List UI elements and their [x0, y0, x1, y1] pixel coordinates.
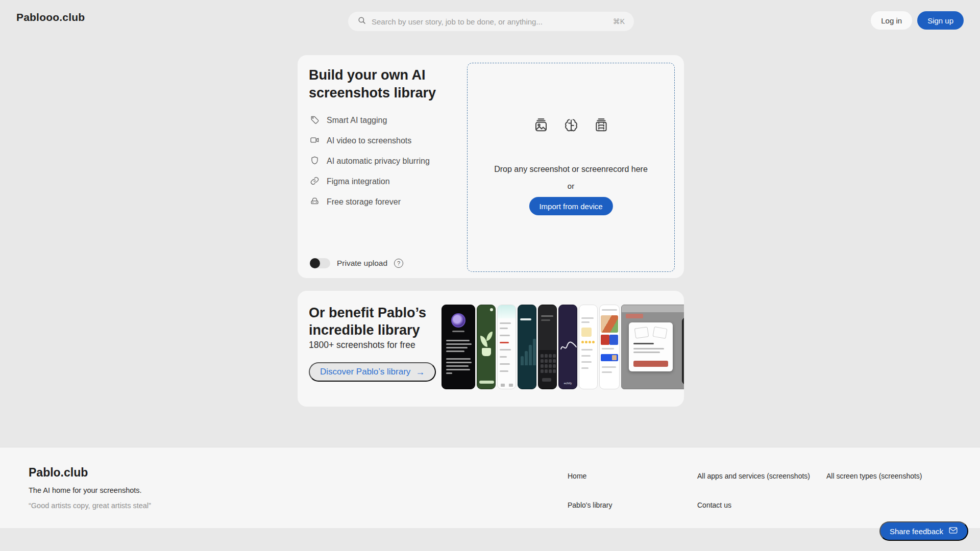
library-card-subtitle: 1800+ screenshots for free: [309, 340, 415, 350]
arrow-right-icon: →: [415, 367, 425, 378]
share-feedback-label: Share feedback: [890, 527, 943, 536]
feature-label: AI video to screenshots: [327, 136, 411, 145]
dropzone-icons: [468, 117, 674, 135]
login-button[interactable]: Log in: [871, 11, 912, 30]
toggle-knob: [310, 258, 320, 268]
top-bar: Pablooo.club ⌘K Log in Sign up: [0, 0, 980, 36]
private-upload-row: Private upload ?: [310, 258, 403, 268]
thumbnail-plant-care-app: [477, 305, 496, 389]
feature-free-storage: Free storage forever: [310, 192, 430, 212]
footer-link-all-apps-and-services[interactable]: All apps and services (screenshots): [697, 472, 810, 480]
dropzone-or-label: or: [468, 182, 674, 190]
app-logo: Pablooo.club: [16, 11, 85, 23]
feature-label: Figma integration: [327, 177, 390, 186]
thumbnail-welcome-modal-desktop: [621, 305, 684, 389]
page: Pablooo.club ⌘K Log in Sign up Build you…: [0, 0, 980, 551]
library-card: Or benefit Pablo’s incredible library 18…: [298, 291, 684, 407]
thumbnail-speechify-waveform: echify: [558, 305, 577, 389]
thumbnail-chat-emoji-app: [579, 305, 598, 389]
share-feedback-button[interactable]: Share feedback: [879, 521, 968, 541]
shield-icon: [310, 156, 320, 167]
library-card-title: Or benefit Pablo’s incredible library: [309, 304, 439, 339]
footer-tagline: The AI home for your screenshots.: [29, 486, 142, 494]
search-input[interactable]: [372, 17, 609, 26]
dropzone-text: Drop any screenshot or screenrecord here: [468, 165, 674, 174]
link-icon: [310, 176, 320, 188]
feature-figma-integration: Figma integration: [310, 171, 430, 192]
thumbnail-keyboard-dark: [538, 305, 557, 389]
library-thumbnail-strip: echify: [442, 305, 684, 389]
watermark-label: echify: [559, 382, 577, 385]
question-circle-icon[interactable]: ?: [394, 259, 403, 268]
upload-card-title: Build your own AI screenshots library: [309, 66, 467, 102]
feature-label: Free storage forever: [327, 197, 401, 207]
footer-brand: Pablo.club: [29, 466, 88, 480]
keyboard-shortcut-hint: ⌘K: [613, 17, 625, 26]
avatar: [451, 313, 465, 328]
storage-drive-icon: [310, 196, 320, 208]
import-from-device-button[interactable]: Import from device: [529, 197, 612, 215]
modal-preview: [629, 322, 673, 371]
feature-label: Smart AI tagging: [327, 116, 387, 125]
feature-smart-ai-tagging: Smart AI tagging: [310, 110, 430, 131]
envelope-icon: [948, 526, 958, 536]
feature-list: Smart AI tagging AI video to screenshots…: [310, 110, 430, 212]
screenshot-dropzone[interactable]: Drop any screenshot or screenrecord here…: [467, 63, 675, 272]
feature-privacy-blurring: AI automatic privacy blurring: [310, 151, 430, 171]
search-icon: [357, 16, 366, 27]
film-strip-icon: [593, 117, 609, 135]
video-camera-icon: [310, 135, 320, 147]
footer-link-home[interactable]: Home: [568, 472, 586, 480]
thumbnail-wellness-list-app: [497, 305, 516, 389]
footer-link-pablos-library[interactable]: Pablo's library: [568, 501, 612, 509]
thumbnail-your-effort-chart: [518, 305, 536, 389]
header-actions: Log in Sign up: [871, 11, 964, 30]
thumbnail-speechify-voice-intro: [442, 305, 475, 389]
footer-quote: “Good artists copy, great artists steal”: [29, 502, 151, 510]
search-bar[interactable]: ⌘K: [348, 12, 634, 31]
tag-icon: [310, 115, 320, 127]
private-upload-label: Private upload: [337, 259, 387, 268]
footer-link-contact-us[interactable]: Contact us: [697, 501, 731, 509]
feature-label: AI automatic privacy blurring: [327, 157, 430, 166]
signup-button[interactable]: Sign up: [917, 11, 964, 30]
thumbnail-grocery-store-app: [599, 305, 620, 389]
footer: Pablo.club The AI home for your screensh…: [0, 447, 980, 528]
brain-icon: [562, 117, 580, 135]
private-upload-toggle[interactable]: [310, 258, 330, 268]
feature-ai-video: AI video to screenshots: [310, 131, 430, 151]
photo-stack-icon: [533, 117, 549, 135]
discover-library-label: Discover Pablo’s library: [320, 367, 410, 377]
discover-library-button[interactable]: Discover Pablo’s library →: [309, 362, 436, 382]
upload-card: Build your own AI screenshots library Sm…: [298, 55, 684, 278]
footer-link-all-screen-types[interactable]: All screen types (screenshots): [826, 472, 922, 480]
